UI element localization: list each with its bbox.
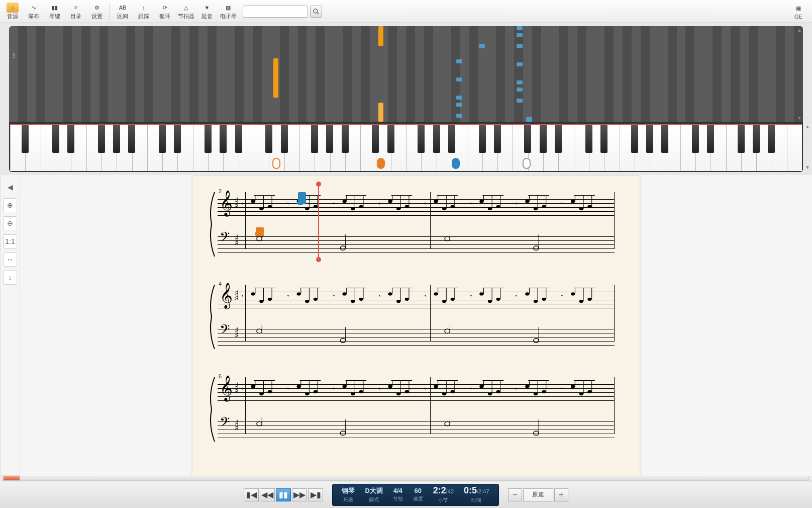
black-key[interactable]: [174, 124, 181, 153]
tool-区间[interactable]: AB区间: [113, 1, 132, 22]
black-key[interactable]: [418, 124, 425, 153]
black-key[interactable]: [600, 124, 607, 153]
black-key[interactable]: [661, 124, 668, 153]
tool-节拍器[interactable]: △节拍器: [176, 1, 195, 22]
skip-start-button[interactable]: ▮◀: [244, 488, 259, 501]
black-key[interactable]: [235, 124, 242, 153]
forward-button[interactable]: ▶▶: [292, 488, 307, 501]
search-button[interactable]: [310, 6, 322, 18]
speed-label[interactable]: 原速: [523, 488, 553, 501]
svg-point-194: [405, 390, 409, 393]
black-key[interactable]: [265, 124, 272, 153]
tool-电子琴[interactable]: ▦电子琴: [219, 1, 238, 22]
roll-note: [273, 58, 278, 98]
side-collapse[interactable]: ◀: [3, 180, 17, 194]
side-export[interactable]: ↓: [3, 271, 17, 285]
info-measure[interactable]: 2:2/42 小节: [428, 484, 459, 505]
black-key[interactable]: [98, 124, 105, 153]
black-key[interactable]: [113, 124, 120, 153]
svg-rect-28: [346, 195, 367, 196]
svg-point-141: [542, 298, 546, 301]
piano-roll[interactable]: 3 ▲ ▼: [9, 26, 803, 122]
svg-point-57: [525, 200, 529, 203]
score-viewport[interactable]: 2 𝄞 ♯♯ 𝄾𝄾𝄾𝄾𝄾𝄾𝄾𝄾 𝄢 ♯♯ 4: [20, 175, 812, 476]
tool-瀑布[interactable]: ∿瀑布: [24, 1, 43, 22]
side-zoom-out[interactable]: ⊖: [3, 216, 17, 230]
kbd-scroll-up[interactable]: ▲: [805, 124, 810, 129]
black-key[interactable]: [494, 124, 501, 153]
black-key[interactable]: [205, 124, 212, 153]
svg-text:𝄾: 𝄾: [242, 295, 243, 298]
svg-text:𝄾: 𝄾: [242, 387, 243, 390]
tool-延音[interactable]: ▼延音: [197, 1, 217, 22]
black-key[interactable]: [52, 124, 59, 153]
side-zoom-in[interactable]: ⊕: [3, 198, 17, 212]
info-tempo[interactable]: 60 速度: [408, 484, 428, 505]
svg-point-137: [525, 292, 529, 295]
info-time[interactable]: 0:5/2:47 时间: [459, 484, 494, 505]
svg-point-83: [251, 292, 255, 295]
black-key[interactable]: [753, 124, 760, 153]
black-key[interactable]: [220, 124, 227, 153]
black-key[interactable]: [707, 124, 714, 153]
black-key[interactable]: [555, 124, 562, 153]
info-timesig[interactable]: 4/4 节拍: [388, 484, 408, 505]
info-key[interactable]: D大调 调式: [360, 484, 387, 505]
side-fit-actual[interactable]: 1:1: [3, 234, 17, 248]
tool-目录[interactable]: ≡目录: [66, 1, 85, 22]
roll-scroll-up[interactable]: ▲: [797, 27, 802, 33]
black-key[interactable]: [311, 124, 318, 153]
svg-point-103: [351, 300, 355, 303]
svg-rect-197: [391, 380, 413, 381]
black-key[interactable]: [281, 124, 288, 153]
kbd-scroll-down[interactable]: ▼: [805, 164, 810, 170]
key-marker: [452, 158, 460, 169]
black-key[interactable]: [326, 124, 333, 153]
black-key[interactable]: [22, 124, 29, 153]
区间-icon: AB: [117, 3, 129, 13]
black-key[interactable]: [159, 124, 166, 153]
rewind-button[interactable]: ◀◀: [260, 488, 275, 501]
right-tool[interactable]: ▦ GE: [789, 1, 808, 22]
svg-point-119: [434, 292, 438, 295]
keyboard-icon: ▦: [792, 4, 804, 14]
black-key[interactable]: [738, 124, 745, 153]
black-key[interactable]: [540, 124, 547, 153]
black-key[interactable]: [631, 124, 638, 153]
svg-rect-233: [574, 380, 595, 381]
svg-point-221: [542, 390, 546, 393]
roll-note: [479, 44, 485, 48]
keyboard[interactable]: [10, 124, 802, 171]
progress-timeline[interactable]: [3, 476, 809, 481]
speed-down-button[interactable]: −: [508, 488, 522, 501]
black-key[interactable]: [387, 124, 394, 153]
black-key[interactable]: [433, 124, 440, 153]
pause-button[interactable]: ▮▮: [276, 488, 291, 501]
svg-rect-224: [528, 380, 549, 381]
black-key[interactable]: [524, 124, 531, 153]
black-key[interactable]: [646, 124, 653, 153]
search-input[interactable]: [243, 6, 308, 18]
treble-staff: 𝄞 ♯♯ 𝄾𝄾𝄾𝄾𝄾𝄾𝄾𝄾: [218, 195, 615, 223]
speed-up-button[interactable]: +: [554, 488, 568, 501]
info-instrument[interactable]: 钢琴 乐器: [337, 484, 360, 505]
tool-音源[interactable]: ♪音源: [3, 1, 22, 22]
black-key[interactable]: [479, 124, 486, 153]
svg-point-61: [542, 205, 546, 208]
roll-scroll-down[interactable]: ▼: [797, 115, 802, 121]
skip-end-button[interactable]: ▶▮: [308, 488, 323, 501]
black-key[interactable]: [768, 124, 775, 153]
black-key[interactable]: [585, 124, 592, 153]
tool-循环[interactable]: ⟳循环: [155, 1, 174, 22]
black-key[interactable]: [128, 124, 135, 153]
tool-跟踪[interactable]: ↕跟踪: [134, 1, 153, 22]
black-key[interactable]: [342, 124, 349, 153]
black-key[interactable]: [448, 124, 455, 153]
black-key[interactable]: [372, 124, 379, 153]
black-key[interactable]: [67, 124, 74, 153]
tool-设置[interactable]: ⚙设置: [87, 1, 107, 22]
black-key[interactable]: [692, 124, 699, 153]
side-fit-width[interactable]: ↔: [3, 252, 17, 267]
svg-point-219: [534, 392, 538, 395]
tool-琴键[interactable]: ▮▮琴键: [45, 1, 64, 22]
